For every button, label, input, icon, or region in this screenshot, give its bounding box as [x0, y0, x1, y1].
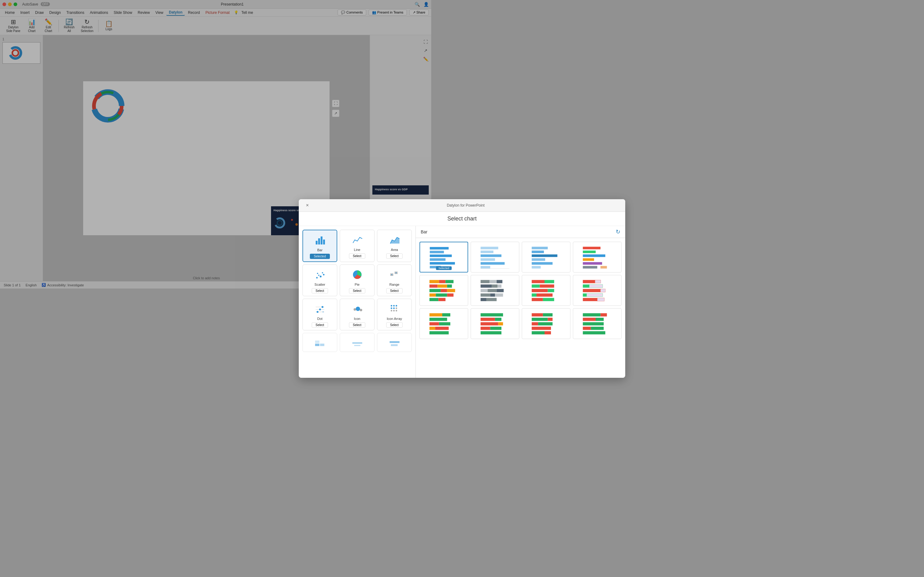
svg-rect-59	[430, 251, 431, 253]
svg-rect-62	[430, 262, 431, 264]
chart-type-pie[interactable]: Pie Select	[340, 264, 374, 288]
chart-type-area[interactable]: Area Select	[377, 230, 412, 262]
svg-rect-31	[396, 272, 397, 273]
svg-point-21	[316, 277, 318, 279]
svg-rect-61	[430, 258, 431, 261]
modal-header: × Datylon for PowerPoint	[299, 199, 431, 212]
bar-chart-icon	[314, 234, 326, 246]
svg-rect-17	[318, 238, 320, 245]
modal-close-button[interactable]: ×	[304, 201, 311, 209]
line-label: Line	[354, 248, 360, 251]
pie-chart-icon	[352, 269, 363, 281]
range-select-button[interactable]: Select	[386, 288, 403, 288]
bar-select-button[interactable]: Selected	[310, 254, 330, 259]
svg-point-26	[317, 273, 318, 274]
variants-category-label: Bar	[421, 229, 427, 234]
svg-rect-60	[430, 255, 431, 257]
svg-rect-29	[392, 274, 392, 275]
svg-rect-63	[430, 266, 431, 269]
variant-item-5[interactable]	[419, 275, 431, 288]
chart-type-range[interactable]: Range Select	[377, 264, 412, 288]
svg-rect-58	[430, 247, 431, 250]
svg-point-24	[322, 272, 323, 273]
chart-variants-panel: Bar ↻ Selected	[416, 226, 431, 288]
variant-item-1[interactable]: Selected	[419, 242, 431, 272]
line-chart-icon	[352, 234, 363, 246]
range-chart-icon	[389, 269, 400, 281]
area-select-button[interactable]: Select	[386, 253, 403, 259]
svg-rect-16	[316, 241, 318, 245]
svg-rect-87	[429, 285, 431, 288]
chart-type-line[interactable]: Line Select	[340, 230, 374, 262]
pie-label: Pie	[355, 283, 360, 286]
variants-header: Bar ↻	[416, 226, 431, 238]
chart-type-list: Bar Selected Line Select	[299, 226, 416, 288]
pie-select-button[interactable]: Select	[349, 288, 366, 288]
modal-overlay: × Datylon for PowerPoint Select chart	[0, 0, 431, 288]
range-label: Range	[389, 283, 399, 286]
svg-rect-19	[323, 240, 325, 245]
area-chart-icon	[389, 234, 400, 246]
scatter-label: Scatter	[314, 283, 325, 286]
area-label: Area	[391, 248, 398, 251]
modal-title-bar: Datylon for PowerPoint	[311, 203, 431, 208]
scatter-chart-icon	[314, 269, 326, 281]
line-select-button[interactable]: Select	[349, 253, 366, 259]
svg-point-23	[320, 276, 322, 277]
svg-rect-84	[429, 280, 431, 283]
scatter-select-button[interactable]: Select	[312, 288, 328, 288]
svg-point-25	[323, 274, 324, 276]
bar-label: Bar	[317, 248, 323, 252]
chart-type-bar[interactable]: Bar Selected	[302, 230, 337, 262]
modal-body: Bar Selected Line Select	[299, 226, 431, 288]
variants-grid: Selected	[416, 238, 431, 288]
modal-heading: Select chart	[299, 212, 431, 226]
select-chart-modal: × Datylon for PowerPoint Select chart	[299, 199, 431, 288]
svg-rect-18	[321, 237, 323, 245]
chart-type-scatter[interactable]: Scatter Select	[302, 264, 337, 288]
svg-point-22	[318, 275, 319, 276]
